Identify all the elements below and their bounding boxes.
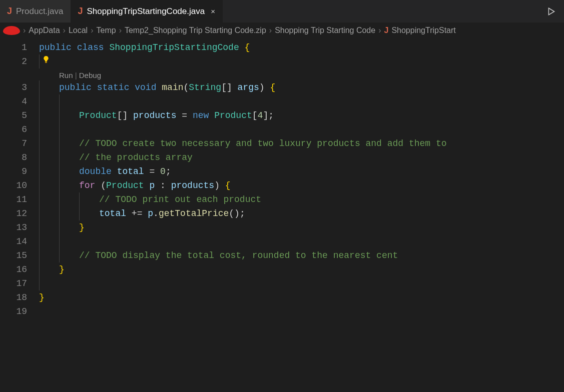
- lightbulb-icon[interactable]: [42, 56, 50, 64]
- java-icon: J: [7, 6, 12, 16]
- code-line[interactable]: [39, 54, 564, 68]
- code-line[interactable]: double total = 0;: [39, 164, 564, 178]
- ln: 11: [0, 192, 27, 206]
- code-line[interactable]: [39, 234, 564, 248]
- ln: 17: [0, 276, 27, 290]
- chevron-right-icon: ›: [63, 26, 66, 35]
- chevron-right-icon: ›: [269, 26, 272, 35]
- crumb[interactable]: AppData: [29, 26, 60, 35]
- ln: 18: [0, 290, 27, 304]
- ln: 5: [0, 108, 27, 122]
- ln: 4: [0, 94, 27, 108]
- ln: 12: [0, 206, 27, 220]
- gutter: 1 2 3 4 5 6 7 8 9 10 11 12 13 14 15 16 1…: [0, 40, 39, 392]
- code-line[interactable]: [39, 276, 564, 290]
- crumb[interactable]: Temp: [97, 26, 116, 35]
- ln: 7: [0, 136, 27, 150]
- code-body[interactable]: Run | Debug public class ShoppingTripSta…: [39, 40, 564, 392]
- chevron-right-icon: ›: [119, 26, 122, 35]
- ln: 8: [0, 150, 27, 164]
- close-icon[interactable]: ×: [211, 7, 215, 16]
- ln: 14: [0, 234, 27, 248]
- crumb[interactable]: Shopping Trip Starting Code: [275, 26, 375, 35]
- ln: 6: [0, 122, 27, 136]
- code-line[interactable]: for (Product p : products) {: [39, 178, 564, 192]
- ln: 16: [0, 262, 27, 276]
- red-annotation: [3, 26, 20, 35]
- code-line[interactable]: [39, 94, 564, 108]
- codelens-debug[interactable]: Debug: [79, 71, 101, 80]
- code-line[interactable]: // TODO display the total cost, rounded …: [39, 248, 564, 262]
- code-line[interactable]: Product[] products = new Product[4];: [39, 108, 564, 122]
- crumb[interactable]: Temp2_Shopping Trip Starting Code.zip: [125, 26, 266, 35]
- code-line[interactable]: [39, 304, 564, 318]
- code-line[interactable]: // TODO create two necessary and two lux…: [39, 136, 564, 150]
- code-line[interactable]: }: [39, 290, 564, 304]
- code-line[interactable]: }: [39, 220, 564, 234]
- code-line[interactable]: public class ShoppingTripStartingCode {: [39, 40, 564, 54]
- java-icon: J: [78, 6, 83, 16]
- code-line[interactable]: }: [39, 262, 564, 276]
- tab-strip: J Product.java J ShoppingTripStartingCod…: [0, 0, 564, 22]
- tab-label: ShoppingTripStartingCode.java: [87, 6, 205, 16]
- code-line[interactable]: // the products array: [39, 150, 564, 164]
- ln: 15: [0, 248, 27, 262]
- java-icon: J: [384, 26, 388, 35]
- ln: 1: [0, 40, 27, 54]
- chevron-right-icon: ›: [378, 26, 381, 35]
- run-icon[interactable]: [547, 7, 556, 16]
- codelens: Run | Debug: [59, 68, 101, 82]
- code-line[interactable]: // TODO print out each product: [39, 192, 564, 206]
- code-editor[interactable]: 1 2 3 4 5 6 7 8 9 10 11 12 13 14 15 16 1…: [0, 38, 564, 392]
- chevron-right-icon: ›: [91, 26, 93, 35]
- crumb-file[interactable]: ShoppingTripStart: [391, 26, 455, 35]
- ln: 3: [0, 80, 27, 94]
- tab-label: Product.java: [16, 6, 64, 16]
- ln: 2: [0, 54, 27, 68]
- ln: 13: [0, 220, 27, 234]
- tab-product[interactable]: J Product.java: [0, 0, 71, 22]
- tab-shopping-trip[interactable]: J ShoppingTripStartingCode.java ×: [71, 0, 223, 22]
- ln: 19: [0, 304, 27, 318]
- ln: 9: [0, 164, 27, 178]
- code-line[interactable]: public static void main(String[] args) {: [39, 80, 564, 94]
- code-line[interactable]: [39, 122, 564, 136]
- breadcrumb[interactable]: › AppData › Local › Temp › Temp2_Shoppin…: [0, 22, 564, 38]
- chevron-right-icon: ›: [23, 26, 26, 35]
- ln: 10: [0, 178, 27, 192]
- code-line[interactable]: total += p.getTotalPrice();: [39, 206, 564, 220]
- svg-rect-0: [45, 62, 47, 63]
- codelens-run[interactable]: Run: [59, 71, 73, 80]
- crumb[interactable]: Local: [69, 26, 88, 35]
